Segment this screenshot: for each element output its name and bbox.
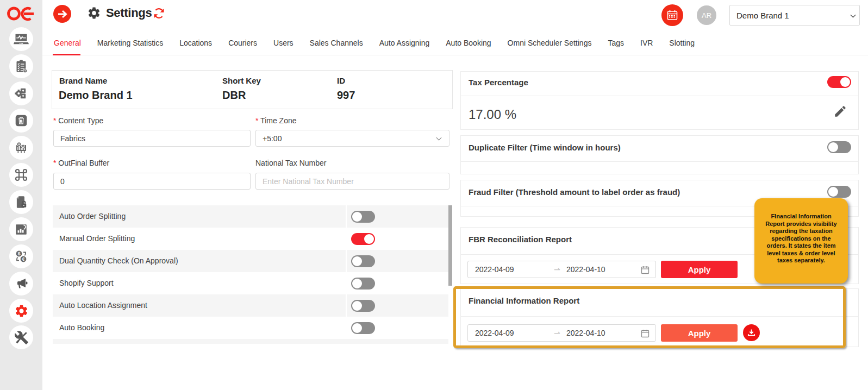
svg-text:€: € bbox=[22, 256, 25, 262]
svg-text:$: $ bbox=[18, 251, 21, 256]
